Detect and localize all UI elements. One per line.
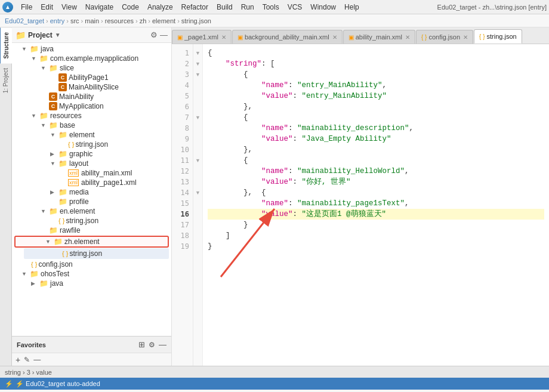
line-num: 3 xyxy=(172,69,193,80)
tab-close-icon3[interactable]: ✕ xyxy=(405,34,410,41)
favorites-add-btn[interactable]: + xyxy=(16,355,20,365)
sidebar-action-gear[interactable]: ⚙ xyxy=(150,30,158,39)
list-item[interactable]: { } string.json xyxy=(12,216,171,226)
breadcrumb-item-3[interactable]: main xyxy=(85,17,99,24)
tab-close-icon[interactable]: ✕ xyxy=(221,34,226,41)
code-line-10: }, xyxy=(208,144,544,155)
list-item[interactable]: C AbilityPage1 xyxy=(12,73,171,82)
tab-close-icon4[interactable]: ✕ xyxy=(463,34,468,41)
line-num: 1 xyxy=(172,48,193,58)
line-num: 9 xyxy=(172,134,193,144)
breadcrumb-item-2[interactable]: src xyxy=(70,17,79,24)
sidebar-tree: ▼ 📁 java ▼ 📁 com.example.myapplication ▼… xyxy=(12,43,171,336)
favorites-settings-btn[interactable]: ⚙ xyxy=(149,341,155,349)
breadcrumb-item-6[interactable]: element xyxy=(152,17,175,24)
breadcrumb: Edu02_target › entry › src › main › reso… xyxy=(0,14,549,27)
menu-navigate[interactable]: Navigate xyxy=(81,2,118,13)
menu-refactor[interactable]: Refactor xyxy=(177,2,212,13)
list-item[interactable]: ▼ 📁 slice xyxy=(12,63,171,73)
breadcrumb-item-1[interactable]: entry xyxy=(50,17,64,24)
list-item[interactable]: 📁 rawfile xyxy=(12,226,171,235)
list-item[interactable]: 📁 profile xyxy=(12,197,171,206)
tab-string-json-active[interactable]: { } string.json xyxy=(474,29,522,44)
tab-bg-ability-xml[interactable]: ▣ background_ability_main.xml ✕ xyxy=(232,30,343,44)
menu-code[interactable]: Code xyxy=(118,2,143,13)
line-num: 11 xyxy=(172,155,193,166)
breadcrumb-sep-6: › xyxy=(177,17,180,24)
line-num: 19 xyxy=(172,241,193,252)
breadcrumb-sep-4: › xyxy=(135,17,138,24)
list-item[interactable]: { } config.json xyxy=(12,260,171,269)
list-item[interactable]: ▼ 📁 layout xyxy=(12,159,171,168)
menu-analyze[interactable]: Analyze xyxy=(143,2,177,13)
project-tab[interactable]: 1: Project xyxy=(0,63,11,98)
zh-string-json[interactable]: { } string.json xyxy=(24,248,169,259)
editor-tabs: ▣ _page1.xml ✕ ▣ background_ability_main… xyxy=(172,27,549,44)
app-title: Edu02_target - zh...\string.json [entry] xyxy=(437,4,547,11)
menu-view[interactable]: View xyxy=(57,2,81,13)
breadcrumb-item-0[interactable]: Edu02_target xyxy=(5,17,44,24)
sidebar-dropdown-icon[interactable]: ▼ xyxy=(55,32,61,38)
favorites-close-btn[interactable]: — xyxy=(159,340,166,349)
line-num: 14 xyxy=(172,187,193,198)
breadcrumb-item-4[interactable]: resources xyxy=(105,17,134,24)
code-line-12: "name": "mainability_HelloWorld", xyxy=(208,166,544,177)
menu-tools[interactable]: Tools xyxy=(258,2,283,13)
line-num: 17 xyxy=(172,220,193,230)
breadcrumb-sep-3: › xyxy=(101,17,103,24)
list-item[interactable]: ▼ 📁 element xyxy=(12,130,171,140)
list-item[interactable]: C MainAbilitySlice xyxy=(12,82,171,92)
list-item[interactable]: ▼ 📁 com.example.myapplication xyxy=(12,54,171,63)
list-item[interactable]: xml ability_page1.xml xyxy=(12,178,171,187)
breadcrumb-sep-0: › xyxy=(46,17,48,24)
favorites-remove-btn[interactable]: — xyxy=(33,356,41,364)
list-item[interactable]: ▼ 📁 en.element xyxy=(12,206,171,216)
list-item[interactable]: ▶ 📁 media xyxy=(12,187,171,197)
menu-run[interactable]: Run xyxy=(237,2,258,13)
list-item[interactable]: C MainAbility xyxy=(12,92,171,101)
list-item[interactable]: ▶ 📁 java xyxy=(12,279,171,288)
list-item[interactable]: { } string.json xyxy=(12,140,171,149)
menu-edit[interactable]: Edit xyxy=(36,2,57,13)
favorites-bar: Favorites ⊞ ⚙ — xyxy=(12,336,171,353)
sidebar-action-minimize[interactable]: — xyxy=(160,30,168,39)
menu-window[interactable]: Window xyxy=(306,2,340,13)
breadcrumb-sep-5: › xyxy=(148,17,150,24)
tab-ability-main-xml[interactable]: ▣ ability_main.xml ✕ xyxy=(343,30,415,44)
list-item[interactable]: ▼ 📁 java xyxy=(12,44,171,54)
menu-file[interactable]: File xyxy=(17,2,36,13)
menu-build[interactable]: Build xyxy=(212,2,237,13)
list-item[interactable]: ▼ 📁 ohosTest xyxy=(12,269,171,279)
sidebar: 📁 Project ▼ ⚙ — ▼ 📁 java ▼ 📁 com.examp xyxy=(12,27,172,366)
menu-help[interactable]: Help xyxy=(340,2,363,13)
code-line-17: } xyxy=(208,220,544,230)
list-item[interactable]: ▼ 📁 base xyxy=(12,121,171,130)
breadcrumb-item-5[interactable]: zh xyxy=(140,17,147,24)
line-num: 2 xyxy=(172,58,193,69)
line-num: 7 xyxy=(172,112,193,123)
list-item[interactable]: ▶ 📁 graphic xyxy=(12,149,171,159)
code-line-18: ] xyxy=(208,230,544,241)
structure-tab[interactable]: Structure xyxy=(0,27,12,63)
zh-element-folder[interactable]: ▼ 📁 zh.element xyxy=(14,236,169,248)
line-num: 5 xyxy=(172,91,193,101)
line-numbers: 1 2 3 4 5 6 7 8 9 10 11 12 13 14 15 16 1… xyxy=(172,44,193,366)
line-num: 4 xyxy=(172,80,193,91)
tab-close-icon2[interactable]: ✕ xyxy=(332,34,337,41)
favorites-label: Favorites xyxy=(17,341,46,348)
code-content[interactable]: { "string": [ { "name": "entry_MainAbili… xyxy=(203,44,549,366)
favorites-split-btn[interactable]: ⊞ xyxy=(138,340,145,349)
code-line-4: "name": "entry_MainAbility", xyxy=(208,80,544,91)
list-item[interactable]: ▼ 📁 resources xyxy=(12,111,171,121)
tab-config-json[interactable]: { } config.json ✕ xyxy=(416,30,473,44)
structure-panel: Structure 1: Project xyxy=(0,27,12,366)
code-editor: 1 2 3 4 5 6 7 8 9 10 11 12 13 14 15 16 1… xyxy=(172,44,549,366)
list-item[interactable]: xml ability_main.xml xyxy=(12,168,171,178)
menu-vcs[interactable]: VCS xyxy=(283,2,307,13)
tab-page1-xml[interactable]: ▣ _page1.xml ✕ xyxy=(172,30,232,44)
bottombar-project[interactable]: ⚡ Edu02_target auto-added xyxy=(16,380,100,388)
bottombar: ⚡ ⚡ Edu02_target auto-added xyxy=(0,378,549,390)
list-item[interactable]: C MyApplication xyxy=(12,101,171,111)
code-line-7: { xyxy=(208,112,544,123)
favorites-edit-btn[interactable]: ✎ xyxy=(24,356,30,364)
